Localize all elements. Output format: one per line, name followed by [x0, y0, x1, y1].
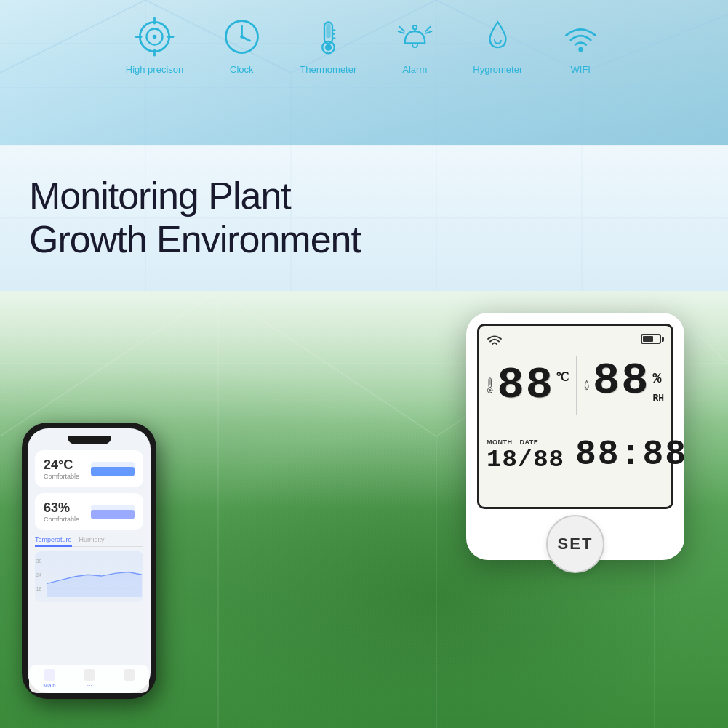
- top-section: High precison Clock: [0, 0, 728, 145]
- device-humid-percent: %: [652, 370, 664, 387]
- svg-point-31: [413, 25, 417, 28]
- feature-hygrometer: Hygrometer: [473, 15, 522, 75]
- phone-temp-bar-fill: [91, 467, 135, 476]
- svg-line-35: [425, 31, 431, 33]
- battery-body: [641, 334, 661, 344]
- phone-nav-2[interactable]: ···: [84, 669, 95, 689]
- phone-notch: [68, 436, 111, 444]
- phone-screen: 24°C Comfortable 63% Comfortable: [28, 428, 151, 693]
- alarm-icon-wrapper: [393, 15, 436, 58]
- hygrometer-icon: [478, 17, 518, 57]
- phone-tab-temperature[interactable]: Temperature: [35, 536, 72, 547]
- phone-humid-bar: [91, 505, 135, 519]
- device-wifi-icon: [487, 332, 503, 345]
- phone-nav-icon-3: [124, 669, 135, 681]
- wifi-label: WIFI: [571, 64, 591, 75]
- phone-nav-label: Main: [43, 682, 55, 689]
- phone-humid-label: Comfortable: [44, 516, 79, 523]
- svg-rect-61: [489, 379, 491, 385]
- wifi-icon: [561, 17, 601, 57]
- phone-nav-main[interactable]: Main: [43, 669, 55, 689]
- svg-point-63: [489, 389, 491, 391]
- phone-nav-icon-2: [84, 669, 95, 681]
- high-precision-icon-wrapper: [133, 15, 177, 58]
- svg-point-36: [578, 47, 583, 51]
- device-readings: 88 ℃ 88 % RH: [487, 349, 664, 422]
- hygrometer-label: Hygrometer: [473, 64, 522, 75]
- feature-alarm: Alarm: [393, 15, 436, 75]
- hero-title-line2: Growth Environment: [29, 218, 361, 260]
- battery-tip: [662, 337, 664, 342]
- phone-humid-value: 63%: [44, 500, 70, 515]
- phone-temp-label: Comfortable: [44, 473, 79, 480]
- wifi-icon-wrapper: [559, 15, 602, 58]
- svg-point-21: [240, 35, 244, 39]
- alarm-icon: [395, 17, 435, 57]
- phone-body: 24°C Comfortable 63% Comfortable: [22, 423, 156, 699]
- hero-section: Monitoring Plant Growth Environment: [0, 145, 728, 291]
- device-date-labels: MONTH DATE: [487, 439, 564, 446]
- phone-humid-bar-fill: [91, 510, 135, 519]
- device-date-time: MONTH DATE 18/88 88:88: [487, 425, 664, 472]
- phone-temp-value: 24°C: [44, 457, 73, 472]
- device-set-label: SET: [558, 535, 593, 553]
- device-date-label: DATE: [520, 439, 539, 446]
- alarm-label: Alarm: [402, 64, 427, 75]
- svg-line-34: [425, 26, 430, 31]
- svg-line-33: [398, 31, 404, 33]
- device-month-label: MONTH: [487, 439, 513, 446]
- device-top-bar: [487, 332, 664, 346]
- phone-chart: 30 24 18: [35, 551, 143, 602]
- high-precision-label: High precison: [126, 64, 184, 75]
- bottom-section: 24°C Comfortable 63% Comfortable: [0, 291, 728, 728]
- device-humid-display: 88 % RH: [593, 359, 664, 413]
- feature-high-precision: High precison: [126, 15, 184, 75]
- phone-mockup: 24°C Comfortable 63% Comfortable: [22, 423, 167, 713]
- svg-text:18: 18: [36, 586, 42, 591]
- phone-nav-icon: [44, 669, 55, 681]
- battery-fill: [643, 336, 653, 342]
- thermometer-icon-wrapper: [306, 15, 350, 58]
- feature-wifi: WIFI: [559, 15, 602, 75]
- device-set-button[interactable]: SET: [546, 515, 604, 573]
- device-date-section: MONTH DATE 18/88: [487, 439, 564, 472]
- device-time-value: 88:88: [575, 437, 687, 472]
- device-thermo-icon: [487, 360, 493, 411]
- svg-marker-59: [47, 572, 142, 596]
- device-date-value: 18/88: [487, 447, 564, 472]
- device-temp-unit: ℃: [556, 370, 569, 385]
- hero-title: Monitoring Plant Growth Environment: [29, 175, 361, 262]
- phone-temp-card: 24°C Comfortable: [35, 450, 143, 487]
- device-battery: [641, 334, 664, 344]
- clock-icon: [222, 17, 262, 57]
- hero-title-line1: Monitoring Plant: [29, 175, 291, 217]
- hygrometer-icon-wrapper: [476, 15, 519, 58]
- device-humid-rh: RH: [652, 393, 664, 404]
- phone-nav-3[interactable]: [124, 669, 135, 689]
- clock-label: Clock: [230, 64, 254, 75]
- feature-thermometer: Thermometer: [300, 15, 356, 75]
- clock-icon-wrapper: [220, 15, 263, 58]
- phone-humid-card: 63% Comfortable: [35, 493, 143, 530]
- phone-tabs[interactable]: Temperature Humidity: [35, 536, 143, 547]
- phone-nav[interactable]: Main ···: [29, 665, 149, 693]
- device-body: 88 ℃ 88 % RH: [466, 313, 684, 560]
- svg-point-13: [153, 34, 157, 39]
- device-humid-value: 88: [593, 359, 649, 404]
- thermometer-label: Thermometer: [300, 64, 356, 75]
- device-temp-display: 88 ℃: [497, 363, 568, 408]
- device-temp-value: 88: [497, 363, 553, 408]
- high-precision-icon: [135, 17, 175, 57]
- device-mockup: 88 ℃ 88 % RH: [466, 313, 684, 567]
- svg-line-32: [399, 26, 404, 31]
- phone-nav-label-2: ···: [87, 682, 92, 689]
- feature-clock: Clock: [220, 15, 263, 75]
- thermometer-icon: [308, 17, 348, 57]
- device-divider: [576, 356, 577, 415]
- device-drop-icon: [584, 360, 589, 411]
- svg-rect-23: [326, 23, 330, 38]
- phone-temp-bar: [91, 462, 135, 476]
- phone-tab-humidity[interactable]: Humidity: [79, 536, 105, 543]
- svg-text:24: 24: [36, 572, 42, 577]
- phone-chart-svg: 30 24 18: [35, 551, 143, 602]
